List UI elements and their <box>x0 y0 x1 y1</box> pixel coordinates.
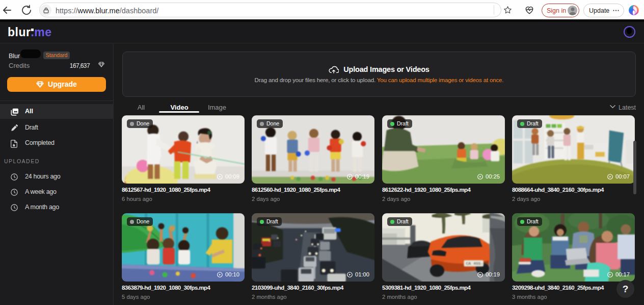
svg-text:CA 455-82: CA 455-82 <box>466 261 489 266</box>
